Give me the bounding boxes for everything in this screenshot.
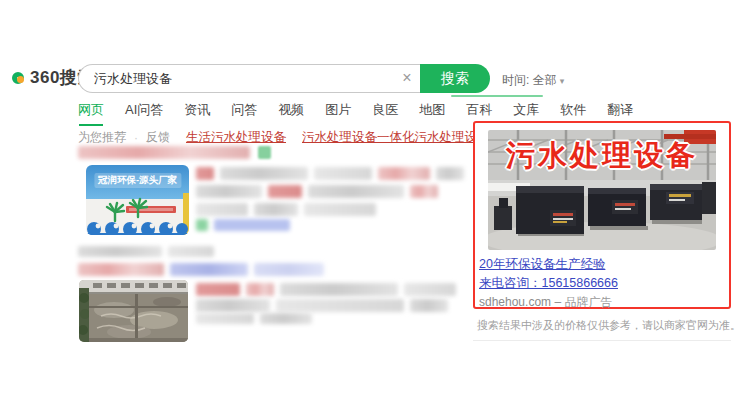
redacted-text-line [78,246,214,257]
redacted-result-title-2[interactable] [78,263,324,276]
search-button[interactable]: 搜索 [420,64,490,93]
brand-ad-annotation-box: 污水处理设备 20年环保设备生产经验 来电咨询：15615866666 sdhe… [473,121,731,309]
redacted-text-line [196,283,456,296]
recommend-link-1[interactable]: 生活污水处理设备 [186,129,286,146]
redacted-text-line [196,299,448,312]
redacted-text-block [78,146,250,159]
ad-domain: sdhehou.com [479,295,551,309]
recommend-link-2[interactable]: 污水处理设备一体化污水处理设备 [302,129,490,146]
redacted-link-line [196,219,290,231]
tab-video[interactable]: 视频 [278,101,304,126]
search-results-page: 360搜索 × 搜索 时间: 全部 ▾ 网页 AI问答 资讯 问答 视频 图片 … [0,0,754,405]
tab-news[interactable]: 资讯 [184,101,210,126]
logo-ring-icon [12,72,24,84]
ad-image-title: 污水处理设备 [488,136,716,176]
logo-orange-dot-icon [17,76,24,83]
redacted-result-title-1[interactable] [78,146,250,159]
ad-image[interactable]: 污水处理设备 [488,130,716,250]
tab-images[interactable]: 图片 [325,101,351,126]
search-input[interactable] [78,64,420,93]
ad-link-phone[interactable]: 来电咨询：15615866666 [479,274,618,293]
redacted-text-line [196,203,376,216]
clear-search-icon[interactable]: × [398,69,416,87]
tab-qa[interactable]: 问答 [231,101,257,126]
tab-health[interactable]: 良医 [372,101,398,126]
tab-webpage[interactable]: 网页 [78,101,104,126]
ad-label: 品牌广告 [564,295,612,309]
redacted-text-line [196,185,438,198]
result-thumbnail-2[interactable] [79,280,188,342]
tab-ai-qa[interactable]: AI问答 [125,101,163,126]
time-filter-dropdown[interactable]: 时间: 全部 ▾ [502,72,564,89]
thumbnail-1-caption: 冠润环保-源头厂家 [94,173,181,188]
recommend-row: 为您推荐 · 反馈 生活污水处理设备 污水处理设备一体化污水处理设备 [78,129,490,146]
ad-links: 20年环保设备生产经验 来电咨询：15615866666 [479,255,618,293]
green-line-decoration [451,95,543,97]
thumbnail-2-graphic [79,280,188,342]
time-filter-label: 时间: 全部 [502,72,557,89]
feedback-link[interactable]: 反馈 [146,129,170,146]
result-badge-icon [258,146,271,159]
tab-maps[interactable]: 地图 [419,101,445,126]
divider [473,340,731,341]
ad-cite-line: sdhehou.com – 品牌广告 [479,294,612,311]
recommend-separator: · [134,131,138,145]
redacted-text-line [196,313,312,324]
price-disclaimer: 搜索结果中涉及的价格仅供参考，请以商家官网为准。 [477,318,741,333]
ad-link-experience[interactable]: 20年环保设备生产经验 [479,255,618,274]
recommend-label: 为您推荐 [78,129,126,146]
chevron-down-icon: ▾ [560,76,565,86]
result-thumbnail-1[interactable]: 冠润环保-源头厂家 [86,165,189,235]
redacted-text-line [196,167,464,180]
ad-cite-separator: – [554,295,561,309]
